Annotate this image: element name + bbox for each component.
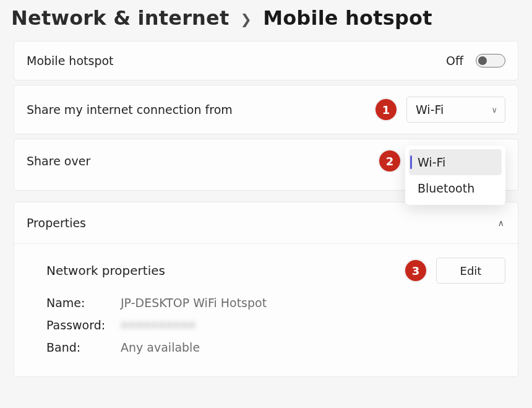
chevron-down-icon: ∨	[491, 105, 497, 115]
share-over-dropdown: Wi-Fi Bluetooth	[405, 145, 505, 205]
hotspot-toggle-label: Mobile hotspot	[27, 54, 114, 67]
breadcrumb-current: Mobile hotspot	[263, 6, 432, 30]
hotspot-toggle-card: Mobile hotspot Off	[14, 41, 518, 80]
share-from-select[interactable]: Wi-Fi ∨	[406, 97, 505, 123]
chevron-right-icon: ❯	[241, 12, 252, 27]
breadcrumb: Network & internet ❯ Mobile hotspot	[0, 0, 532, 41]
share-over-card: Share over 2 Wi-Fi Bluetooth	[14, 139, 518, 191]
prop-name-key: Name:	[46, 296, 121, 310]
hotspot-toggle-state-text: Off	[446, 54, 463, 67]
prop-password-value: ••••••••••	[121, 318, 196, 332]
settings-page: Network & internet ❯ Mobile hotspot Mobi…	[0, 0, 532, 394]
share-from-label: Share my internet connection from	[27, 103, 233, 116]
prop-password-key: Password:	[46, 318, 121, 332]
properties-card: Properties ∧ Network properties 3 Edit N…	[14, 202, 518, 377]
share-from-card: Share my internet connection from 1 Wi-F…	[14, 85, 518, 134]
step-marker-2: 2	[379, 150, 400, 171]
chevron-up-icon[interactable]: ∧	[498, 218, 505, 228]
toggle-knob-icon	[478, 56, 487, 65]
network-properties-title: Network properties	[46, 263, 165, 278]
edit-button[interactable]: Edit	[436, 258, 505, 284]
hotspot-toggle[interactable]	[476, 54, 505, 67]
breadcrumb-parent[interactable]: Network & internet	[11, 6, 230, 30]
share-over-label: Share over	[27, 154, 90, 168]
step-marker-3: 3	[405, 260, 426, 281]
step-marker-1: 1	[375, 99, 397, 120]
properties-body: Network properties 3 Edit Name: JP-DESKT…	[14, 244, 518, 376]
prop-band-value: Any available	[121, 341, 200, 354]
prop-band-key: Band:	[46, 341, 121, 354]
share-from-selected-value: Wi-Fi	[416, 103, 444, 116]
share-over-option-bluetooth[interactable]: Bluetooth	[409, 175, 502, 201]
prop-name-value: JP-DESKTOP WiFi Hotspot	[121, 296, 267, 310]
properties-title: Properties	[27, 216, 86, 230]
share-over-option-wifi[interactable]: Wi-Fi	[409, 149, 502, 175]
